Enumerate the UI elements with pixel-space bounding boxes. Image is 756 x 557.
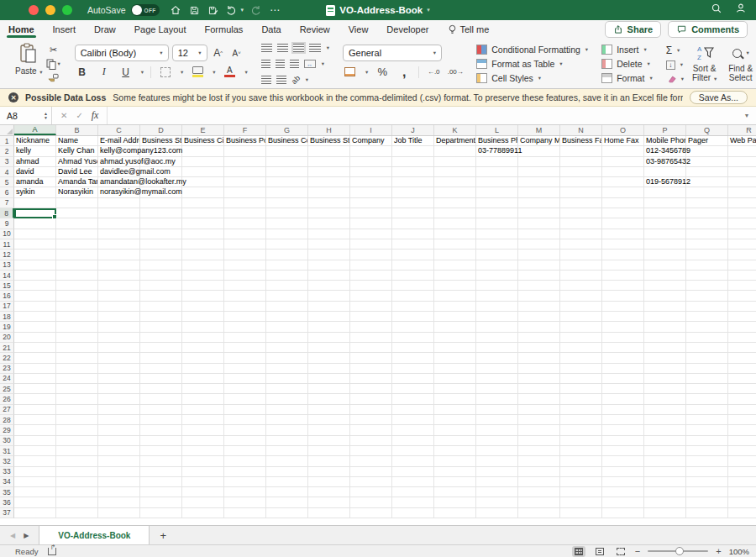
cell-I1[interactable]: Company (350, 136, 392, 146)
cell-Q21[interactable] (686, 343, 728, 353)
cell-I3[interactable] (350, 157, 392, 167)
find-select-button[interactable]: ▾ Find &Select (725, 43, 756, 83)
row-header-17[interactable]: 17 (0, 302, 14, 312)
row-header-16[interactable]: 16 (0, 291, 14, 301)
cell-H23[interactable] (308, 364, 350, 374)
cell-Q12[interactable] (686, 250, 728, 260)
cell-G37[interactable] (266, 508, 308, 518)
formula-bar-expand-icon[interactable]: ▼ (738, 107, 756, 124)
cell-I32[interactable] (350, 456, 392, 466)
cell-N16[interactable] (560, 291, 602, 301)
cell-K33[interactable] (434, 467, 476, 477)
cell-B29[interactable] (56, 425, 98, 435)
cell-E8[interactable] (182, 208, 224, 218)
cell-M31[interactable] (518, 446, 560, 456)
cell-D9[interactable] (140, 218, 182, 229)
cell-M23[interactable] (518, 364, 560, 374)
cell-K14[interactable] (434, 271, 476, 281)
cell-I10[interactable] (350, 229, 392, 239)
cell-A34[interactable] (14, 477, 56, 487)
fill-color-button[interactable] (190, 66, 205, 78)
cell-R22[interactable] (728, 353, 756, 363)
cell-F32[interactable] (224, 456, 266, 466)
cell-D13[interactable] (140, 260, 182, 271)
cell-A36[interactable] (14, 497, 56, 507)
cell-E34[interactable] (182, 477, 224, 487)
cell-F2[interactable] (224, 146, 266, 156)
cell-G31[interactable] (266, 446, 308, 456)
share-button[interactable]: Share (605, 21, 662, 38)
cell-P5[interactable]: 019-5678912 (644, 177, 686, 187)
cell-J8[interactable] (392, 208, 434, 218)
cell-D7[interactable] (140, 198, 182, 208)
cell-K9[interactable] (434, 218, 476, 229)
align-middle-icon[interactable] (277, 44, 288, 52)
name-box-stepper[interactable]: ▲▼ (44, 112, 48, 119)
cell-P12[interactable] (644, 250, 686, 260)
row-header-4[interactable]: 4 (0, 167, 14, 177)
cell-E5[interactable] (182, 177, 224, 187)
decrease-font-icon[interactable]: A˅ (229, 47, 244, 60)
cell-C35[interactable] (98, 487, 140, 497)
cell-R27[interactable] (728, 405, 756, 415)
cell-I35[interactable] (350, 487, 392, 497)
row-header-13[interactable]: 13 (0, 260, 14, 271)
cell-C11[interactable] (98, 239, 140, 250)
cell-E24[interactable] (182, 374, 224, 384)
accounting-format-icon[interactable] (343, 66, 358, 78)
cell-A1[interactable]: Nickname (14, 136, 56, 146)
cell-P26[interactable] (644, 394, 686, 404)
cell-J37[interactable] (392, 508, 434, 518)
cell-C23[interactable] (98, 364, 140, 374)
cell-J16[interactable] (392, 291, 434, 301)
cell-K23[interactable] (434, 364, 476, 374)
align-left-icon[interactable] (261, 60, 270, 68)
cell-E2[interactable] (182, 146, 224, 156)
cell-B17[interactable] (56, 302, 98, 312)
cell-M11[interactable] (518, 239, 560, 250)
cell-D16[interactable] (140, 291, 182, 301)
cell-K13[interactable] (434, 260, 476, 271)
cell-O3[interactable] (602, 157, 644, 167)
cell-I31[interactable] (350, 446, 392, 456)
cell-E18[interactable] (182, 312, 224, 322)
tab-draw[interactable]: Draw (94, 22, 116, 38)
cell-I16[interactable] (350, 291, 392, 301)
cell-D34[interactable] (140, 477, 182, 487)
cell-P34[interactable] (644, 477, 686, 487)
cell-P27[interactable] (644, 405, 686, 415)
cell-M27[interactable] (518, 405, 560, 415)
cell-Q27[interactable] (686, 405, 728, 415)
tab-home[interactable]: Home (8, 22, 34, 38)
prev-sheet-icon[interactable]: ◀ (10, 532, 15, 539)
cell-O20[interactable] (602, 333, 644, 343)
cell-M15[interactable] (518, 281, 560, 291)
save-as-icon[interactable] (207, 4, 219, 17)
cell-P18[interactable] (644, 312, 686, 322)
cell-J24[interactable] (392, 374, 434, 384)
cell-H6[interactable] (308, 187, 350, 197)
row-header-20[interactable]: 20 (0, 333, 14, 343)
tab-page-layout[interactable]: Page Layout (134, 22, 186, 38)
cell-N25[interactable] (560, 384, 602, 394)
cell-E27[interactable] (182, 405, 224, 415)
cell-J35[interactable] (392, 487, 434, 497)
cell-G11[interactable] (266, 239, 308, 250)
cell-C32[interactable] (98, 456, 140, 466)
cell-C25[interactable] (98, 384, 140, 394)
cell-I20[interactable] (350, 333, 392, 343)
tab-developer[interactable]: Developer (386, 22, 428, 38)
cell-P6[interactable] (644, 187, 686, 197)
cell-F9[interactable] (224, 218, 266, 229)
cell-D17[interactable] (140, 302, 182, 312)
cell-J2[interactable] (392, 146, 434, 156)
cell-E32[interactable] (182, 456, 224, 466)
italic-button[interactable]: I (97, 66, 112, 78)
cell-H36[interactable] (308, 497, 350, 507)
column-header-C[interactable]: C (98, 125, 140, 135)
cell-P29[interactable] (644, 425, 686, 435)
cell-H7[interactable] (308, 198, 350, 208)
cell-D19[interactable] (140, 322, 182, 332)
cell-D22[interactable] (140, 353, 182, 363)
cell-C30[interactable] (98, 436, 140, 446)
